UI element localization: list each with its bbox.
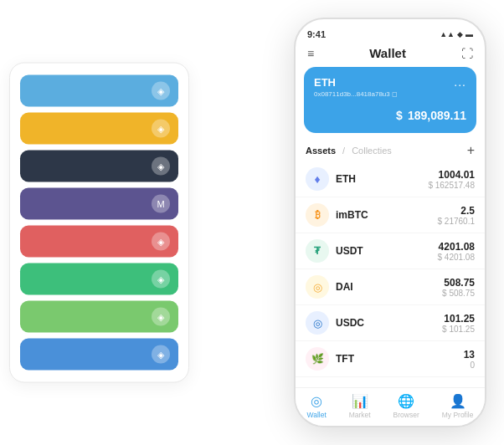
card-item-1[interactable]: ◈ bbox=[20, 75, 178, 107]
imbtc-main-amount: 2.5 bbox=[438, 205, 476, 217]
tft-amounts: 13 0 bbox=[464, 349, 475, 370]
nav-profile[interactable]: 👤 My Profile bbox=[442, 393, 474, 419]
card-icon-1: ◈ bbox=[152, 82, 170, 100]
imbtc-amounts: 2.5 $ 21760.1 bbox=[438, 205, 476, 226]
status-time: 9:41 bbox=[307, 29, 326, 39]
dai-main-amount: 508.75 bbox=[442, 277, 475, 289]
asset-list: ♦ ETH 1004.01 $ 162517.48 ₿ imBTC 2.5 $ … bbox=[296, 161, 485, 387]
card-item-8[interactable]: ◈ bbox=[20, 339, 178, 371]
eth-main-amount: 1004.01 bbox=[428, 169, 475, 181]
dai-amounts: 508.75 $ 508.75 bbox=[442, 277, 475, 298]
card-icon-2: ◈ bbox=[152, 120, 170, 138]
card-item-2[interactable]: ◈ bbox=[20, 113, 178, 145]
nav-market-label: Market bbox=[349, 411, 371, 419]
tft-name: TFT bbox=[336, 353, 464, 365]
status-bar: 9:41 ▲▲ ◆ ▬ bbox=[296, 19, 485, 43]
scene: ◈ ◈ ◈ M ◈ ◈ ◈ ◈ 9:41 ▲▲ ◆ bbox=[9, 9, 495, 436]
profile-nav-icon: 👤 bbox=[450, 393, 466, 409]
usdt-main-amount: 4201.08 bbox=[438, 241, 476, 253]
bottom-nav: ◎ Wallet 📊 Market 🌐 Browser 👤 My Profile bbox=[296, 387, 485, 426]
tft-sub-amount: 0 bbox=[464, 361, 475, 370]
eth-address: 0x08711d3b...8418a78u3 ◻ bbox=[314, 90, 466, 98]
nav-wallet[interactable]: ◎ Wallet bbox=[306, 393, 326, 419]
market-nav-icon: 📊 bbox=[352, 393, 368, 409]
usdt-amounts: 4201.08 $ 4201.08 bbox=[438, 241, 476, 262]
asset-item-dai[interactable]: ◎ DAI 508.75 $ 508.75 bbox=[296, 269, 485, 305]
phone-header: ≡ Wallet ⛶ bbox=[296, 43, 485, 67]
balance-value: 189,089.11 bbox=[408, 109, 466, 122]
tab-assets[interactable]: Assets bbox=[306, 146, 336, 156]
usdt-name: USDT bbox=[336, 245, 438, 257]
nav-profile-label: My Profile bbox=[442, 411, 474, 419]
tft-main-amount: 13 bbox=[464, 349, 475, 361]
phone: 9:41 ▲▲ ◆ ▬ ≡ Wallet ⛶ ETH ... 0x08711d3… bbox=[294, 18, 486, 427]
usdc-sub-amount: $ 101.25 bbox=[442, 325, 475, 334]
menu-icon[interactable]: ≡ bbox=[307, 47, 314, 60]
dai-icon: ◎ bbox=[306, 275, 329, 299]
eth-card-label: ETH bbox=[314, 76, 336, 89]
eth-card[interactable]: ETH ... 0x08711d3b...8418a78u3 ◻ $ 189,0… bbox=[304, 67, 476, 133]
dai-name: DAI bbox=[336, 281, 442, 293]
card-item-7[interactable]: ◈ bbox=[20, 301, 178, 333]
battery-icon: ▬ bbox=[465, 30, 473, 38]
page-title: Wallet bbox=[369, 46, 406, 60]
eth-name: ETH bbox=[336, 173, 428, 185]
card-icon-3: ◈ bbox=[152, 157, 170, 176]
card-item-5[interactable]: ◈ bbox=[20, 226, 178, 258]
wifi-icon: ◆ bbox=[457, 30, 463, 38]
asset-item-tft[interactable]: 🌿 TFT 13 0 bbox=[296, 341, 485, 377]
card-icon-5: ◈ bbox=[152, 233, 170, 251]
imbtc-icon: ₿ bbox=[306, 203, 329, 227]
asset-item-usdt[interactable]: ₮ USDT 4201.08 $ 4201.08 bbox=[296, 233, 485, 269]
usdt-icon: ₮ bbox=[306, 239, 329, 263]
balance-symbol: $ bbox=[396, 109, 403, 122]
status-icons: ▲▲ ◆ ▬ bbox=[440, 30, 473, 38]
eth-sub-amount: $ 162517.48 bbox=[428, 181, 475, 190]
nav-browser-label: Browser bbox=[393, 411, 419, 419]
eth-icon: ♦ bbox=[306, 167, 329, 191]
card-icon-8: ◈ bbox=[152, 345, 170, 364]
dai-sub-amount: $ 508.75 bbox=[442, 289, 475, 298]
tab-divider: / bbox=[342, 146, 345, 156]
imbtc-name: imBTC bbox=[336, 209, 438, 221]
card-icon-4: M bbox=[152, 195, 170, 213]
usdc-icon: ◎ bbox=[306, 311, 329, 335]
nav-wallet-label: Wallet bbox=[306, 411, 326, 419]
assets-tabs: Assets / Collecties bbox=[306, 146, 392, 156]
expand-icon[interactable]: ⛶ bbox=[461, 47, 473, 60]
usdc-name: USDC bbox=[336, 317, 442, 329]
usdc-amounts: 101.25 $ 101.25 bbox=[442, 313, 475, 334]
card-item-4[interactable]: M bbox=[20, 188, 178, 220]
card-icon-6: ◈ bbox=[152, 270, 170, 289]
eth-card-top: ETH ... bbox=[314, 75, 466, 89]
usdt-sub-amount: $ 4201.08 bbox=[438, 253, 476, 262]
wallet-nav-icon: ◎ bbox=[311, 393, 322, 409]
eth-more-button[interactable]: ... bbox=[454, 75, 466, 89]
asset-item-eth[interactable]: ♦ ETH 1004.01 $ 162517.48 bbox=[296, 161, 485, 197]
tab-collecties[interactable]: Collecties bbox=[352, 146, 392, 156]
signal-icon: ▲▲ bbox=[440, 30, 455, 38]
nav-market[interactable]: 📊 Market bbox=[349, 393, 371, 419]
eth-amounts: 1004.01 $ 162517.48 bbox=[428, 169, 475, 190]
browser-nav-icon: 🌐 bbox=[398, 393, 414, 409]
asset-item-usdc[interactable]: ◎ USDC 101.25 $ 101.25 bbox=[296, 305, 485, 341]
assets-header: Assets / Collecties + bbox=[296, 140, 485, 161]
tft-icon: 🌿 bbox=[306, 347, 329, 371]
nav-browser[interactable]: 🌐 Browser bbox=[393, 393, 419, 419]
imbtc-sub-amount: $ 21760.1 bbox=[438, 217, 476, 226]
left-panel: ◈ ◈ ◈ M ◈ ◈ ◈ ◈ bbox=[9, 63, 189, 383]
card-item-6[interactable]: ◈ bbox=[20, 263, 178, 295]
card-icon-7: ◈ bbox=[152, 308, 170, 326]
usdc-main-amount: 101.25 bbox=[442, 313, 475, 325]
add-asset-button[interactable]: + bbox=[467, 143, 475, 158]
card-item-3[interactable]: ◈ bbox=[20, 151, 178, 182]
eth-balance: $ 189,089.11 bbox=[314, 103, 466, 125]
asset-item-imbtc[interactable]: ₿ imBTC 2.5 $ 21760.1 bbox=[296, 197, 485, 233]
